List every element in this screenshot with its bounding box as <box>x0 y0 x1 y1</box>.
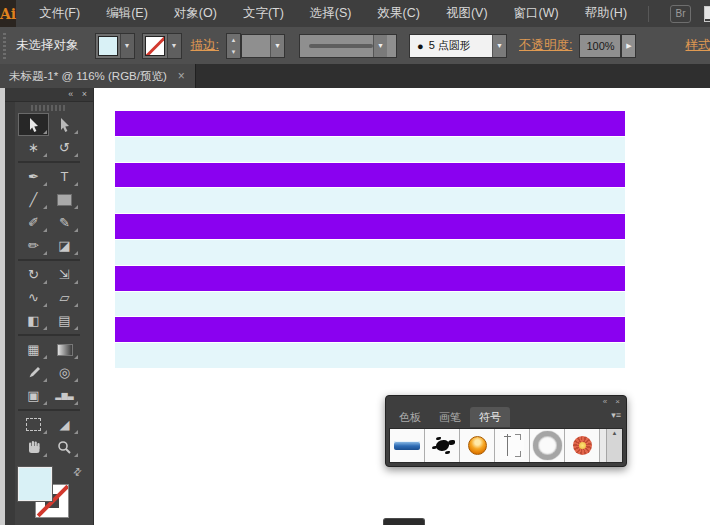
scale-tool[interactable]: ⇲ <box>49 263 80 286</box>
bridge-button[interactable]: Br <box>670 5 691 23</box>
perspective-grid-tool[interactable]: ▤ <box>49 309 80 332</box>
shape-builder-tool[interactable]: ◧ <box>18 309 49 332</box>
menu-item-1[interactable]: 编辑(E) <box>93 0 161 27</box>
opacity-flyout[interactable]: ▶ <box>621 34 636 58</box>
swap-fill-stroke-icon[interactable]: ⇄ <box>70 465 84 479</box>
pen-tool[interactable]: ✒ <box>18 165 49 188</box>
rotate-tool[interactable]: ↻ <box>18 263 49 286</box>
illustrator-window: Ai 文件(F)编辑(E)对象(O)文字(T)选择(S)效果(C)视图(V)窗口… <box>0 0 710 525</box>
fill-color-dropdown[interactable]: ▼ <box>95 33 135 59</box>
symbol-blue-gradient-bar[interactable] <box>390 429 425 462</box>
opacity-field[interactable]: 100% <box>579 34 621 58</box>
menu-item-0[interactable]: 文件(F) <box>26 0 93 27</box>
panel-menu-icon[interactable]: ▾≡ <box>611 410 621 420</box>
workspace-switcher[interactable]: ▾ <box>704 6 710 22</box>
stroke-link[interactable]: 描边: <box>191 37 219 54</box>
flyout-corner-icon <box>74 326 78 330</box>
symbol-ink-splat[interactable] <box>425 429 460 462</box>
partial-panel[interactable] <box>383 518 425 525</box>
selection-tool[interactable] <box>18 113 49 136</box>
menu-item-4[interactable]: 选择(S) <box>297 0 365 27</box>
stripe-purple-0[interactable] <box>115 111 625 136</box>
rectangle-tool[interactable] <box>49 188 80 211</box>
document-tab[interactable]: 未标题-1* @ 116% (RGB/预览) × <box>0 64 196 88</box>
symbol-orange-daisy[interactable] <box>565 429 600 462</box>
menu-item-5[interactable]: 效果(C) <box>365 0 433 27</box>
close-icon[interactable]: × <box>82 89 87 99</box>
menu-item-2[interactable]: 对象(O) <box>161 0 230 27</box>
symbol-sprayer-tool[interactable]: ▣ <box>18 384 49 407</box>
pencil-tool[interactable]: ✎ <box>49 211 80 234</box>
panel-tab-1[interactable]: 画笔 <box>430 407 470 427</box>
menu-item-3[interactable]: 文字(T) <box>230 0 297 27</box>
striped-artwork[interactable] <box>115 111 625 369</box>
fill-swatch[interactable] <box>18 467 52 501</box>
opacity-link[interactable]: 不透明度: <box>519 37 572 54</box>
symbol-orange-orb[interactable] <box>460 429 495 462</box>
type-tool-icon: T <box>61 169 69 184</box>
stepper-down-icon[interactable]: ▼ <box>227 46 240 58</box>
symbol-registration-marks[interactable] <box>495 429 530 462</box>
stripe-purple-6[interactable] <box>115 266 625 291</box>
control-bar: 未选择对象 ▼ ▼ 描边: ▲ ▼ ▼ ▼ ● 5 点圆形 ▼ 不透明度: <box>0 27 710 65</box>
flyout-corner-icon <box>43 228 47 232</box>
stroke-color-dropdown[interactable]: ▼ <box>142 33 182 59</box>
panel-tab-2[interactable]: 符号 <box>470 407 510 427</box>
blend-tool[interactable]: ◎ <box>49 361 80 384</box>
panel-tab-0[interactable]: 色板 <box>390 407 430 427</box>
type-tool[interactable]: T <box>49 165 80 188</box>
collapse-panel-icon[interactable]: « <box>603 397 606 406</box>
symbols-panel: « × 色板画笔符号▾≡ ▲ <box>385 395 627 467</box>
close-icon[interactable]: × <box>615 397 620 406</box>
zoom-tool[interactable] <box>49 436 80 459</box>
symbol-gray-wreath[interactable] <box>530 429 565 462</box>
stripe-cyan-3[interactable] <box>115 188 625 213</box>
column-graph-tool[interactable]: ▂▆▃ <box>49 384 80 407</box>
collapse-panel-icon[interactable]: « <box>68 89 72 99</box>
flyout-corner-icon <box>74 130 78 134</box>
flyout-corner-icon <box>43 205 47 209</box>
stripe-purple-2[interactable] <box>115 163 625 188</box>
lasso-tool[interactable]: ↺ <box>49 136 80 159</box>
chevron-down-icon: ▼ <box>120 34 134 58</box>
scrollbar[interactable]: ▲ <box>606 429 622 462</box>
line-segment-tool[interactable]: ╱ <box>18 188 49 211</box>
tools-panel-header: « × <box>5 88 93 102</box>
scroll-up-icon[interactable]: ▲ <box>607 430 622 436</box>
mesh-tool-icon: ▦ <box>27 342 39 357</box>
paintbrush-tool[interactable]: ✐ <box>18 211 49 234</box>
stroke-profile-dropdown[interactable]: ▼ <box>299 34 397 58</box>
tool-grid: ∗↺✒T╱✐✎✏◪↻⇲∿▱◧▤▦◎▣▂▆▃◢ <box>18 113 80 459</box>
slice-tool[interactable]: ◢ <box>49 413 80 436</box>
stripe-cyan-1[interactable] <box>115 137 625 162</box>
stripe-cyan-7[interactable] <box>115 292 625 317</box>
style-link[interactable]: 样式: <box>686 37 710 54</box>
free-transform-tool[interactable]: ▱ <box>49 286 80 309</box>
stepper-up-icon[interactable]: ▲ <box>227 34 240 46</box>
mesh-tool[interactable]: ▦ <box>18 338 49 361</box>
flyout-corner-icon <box>43 401 47 405</box>
artboard-tool[interactable] <box>18 413 49 436</box>
app-logo[interactable]: Ai <box>0 0 16 27</box>
stroke-weight-stepper[interactable]: ▲ ▼ <box>226 33 241 59</box>
menu-item-8[interactable]: 帮助(H) <box>572 0 640 27</box>
stripe-purple-8[interactable] <box>115 317 625 342</box>
menu-item-7[interactable]: 窗口(W) <box>501 0 572 27</box>
blob-brush-tool[interactable]: ✏ <box>18 234 49 257</box>
stripe-purple-4[interactable] <box>115 214 625 239</box>
hand-tool[interactable] <box>18 436 49 459</box>
panel-grip[interactable] <box>3 33 6 59</box>
direct-selection-tool[interactable] <box>49 113 80 136</box>
panel-grip[interactable] <box>31 105 67 111</box>
stripe-cyan-5[interactable] <box>115 240 625 265</box>
stripe-cyan-9[interactable] <box>115 343 625 368</box>
eyedropper-tool[interactable] <box>18 361 49 384</box>
close-icon[interactable]: × <box>178 70 185 82</box>
stroke-weight-field[interactable]: ▼ <box>241 34 285 58</box>
gradient-tool[interactable] <box>49 338 80 361</box>
brush-dropdown[interactable]: ● 5 点圆形 ▼ <box>409 34 507 58</box>
menu-item-6[interactable]: 视图(V) <box>433 0 501 27</box>
magic-wand-tool[interactable]: ∗ <box>18 136 49 159</box>
width-tool[interactable]: ∿ <box>18 286 49 309</box>
eraser-tool[interactable]: ◪ <box>49 234 80 257</box>
